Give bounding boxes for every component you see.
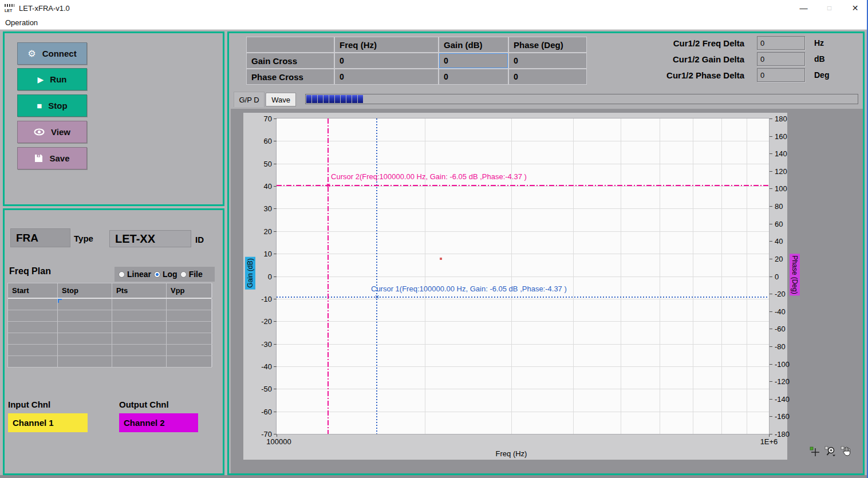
y-tickmark-right bbox=[770, 329, 772, 329]
device-id-field[interactable]: LET-XX bbox=[109, 230, 191, 247]
freq-plan-cell[interactable] bbox=[167, 310, 212, 321]
cursor2-vline[interactable] bbox=[328, 118, 329, 434]
gridline-vertical bbox=[621, 118, 621, 434]
table-row bbox=[8, 310, 211, 322]
app-icon-bars bbox=[5, 4, 14, 7]
view-button[interactable]: View bbox=[17, 121, 87, 143]
cursor2-marker: ✕ bbox=[326, 183, 331, 188]
progress-segment bbox=[329, 95, 334, 103]
plot-area[interactable]: ✕Cursor 1(Freq:100000.00 Hz, Gain: -6.05… bbox=[277, 118, 769, 434]
cursor1-hline[interactable] bbox=[277, 297, 769, 298]
progress-segment bbox=[312, 95, 317, 103]
freq-plan-cell[interactable] bbox=[8, 345, 58, 355]
gain-delta-field[interactable]: 0 bbox=[757, 52, 805, 66]
progress-segment bbox=[341, 95, 346, 103]
freq-plan-cell[interactable] bbox=[8, 333, 58, 344]
output-channel-selector[interactable]: Channel 2 bbox=[119, 413, 198, 432]
stop-icon: ■ bbox=[37, 101, 42, 110]
menu-operation[interactable]: Operation bbox=[0, 18, 43, 27]
stop-button[interactable]: ■ Stop bbox=[17, 94, 87, 117]
crosshair-tool[interactable] bbox=[809, 446, 821, 457]
freq-plan-cell[interactable] bbox=[112, 356, 167, 367]
freq-plan-cell[interactable] bbox=[112, 310, 167, 321]
y-tickmark-right bbox=[770, 416, 772, 417]
device-type-field[interactable]: FRA bbox=[10, 228, 70, 247]
connect-button[interactable]: ⚙ Connect bbox=[17, 42, 87, 65]
freq-plan-cell[interactable] bbox=[58, 333, 112, 344]
menubar: Operation bbox=[0, 16, 868, 30]
freq-plan-cell[interactable] bbox=[112, 345, 167, 355]
progress-segment bbox=[306, 95, 311, 103]
freq-plan-cell[interactable] bbox=[8, 322, 58, 333]
freq-plan-cell[interactable] bbox=[58, 299, 112, 310]
gain-cross-freq-value[interactable]: 0 bbox=[335, 53, 438, 68]
cursor2-hline[interactable] bbox=[277, 185, 769, 186]
cursor1-vline[interactable] bbox=[376, 118, 377, 434]
gridline-horizontal bbox=[277, 299, 769, 299]
radio-log[interactable]: Log bbox=[154, 270, 177, 279]
phase-cross-gain-value[interactable]: 0 bbox=[439, 69, 508, 84]
progress-segment bbox=[346, 95, 352, 103]
input-channel-selector[interactable]: Channel 1 bbox=[8, 413, 88, 432]
phase-delta-field[interactable]: 0 bbox=[757, 68, 805, 82]
freq-plan-cell[interactable] bbox=[8, 310, 58, 321]
y-tickmark-right bbox=[770, 118, 772, 119]
gain-cross-gain-value[interactable]: 0 bbox=[439, 53, 508, 68]
gridline-horizontal bbox=[277, 186, 769, 187]
freq-plan-cell[interactable] bbox=[167, 356, 212, 367]
gain-cross-row-label: Gain Cross bbox=[247, 53, 334, 68]
freq-plan-cell[interactable] bbox=[58, 356, 112, 367]
freq-plan-cell[interactable] bbox=[58, 322, 112, 333]
phase-cross-phase-value[interactable]: 0 bbox=[509, 69, 586, 84]
freq-plan-cell[interactable] bbox=[167, 322, 212, 333]
zoom-tool[interactable] bbox=[824, 446, 837, 457]
tab-wave[interactable]: Wave bbox=[266, 93, 296, 106]
minimize-button[interactable]: — bbox=[791, 0, 816, 16]
save-button[interactable]: Save bbox=[17, 147, 87, 169]
input-channel-label: Input Chnl bbox=[8, 400, 50, 409]
freq-plan-cell[interactable] bbox=[112, 333, 167, 344]
stop-button-label: Stop bbox=[48, 101, 67, 110]
y-tickmark-left bbox=[274, 412, 277, 412]
freq-plan-cell[interactable] bbox=[8, 299, 58, 310]
freq-plan-cell[interactable] bbox=[58, 310, 112, 321]
y-tickmark-right bbox=[770, 311, 772, 312]
gridline-horizontal bbox=[277, 254, 769, 254]
bottom-strip bbox=[0, 475, 868, 478]
freq-plan-cell[interactable] bbox=[167, 299, 212, 310]
y-tick-label-right: -140 bbox=[775, 395, 799, 404]
freq-plan-cell[interactable] bbox=[112, 299, 167, 310]
gain-cross-phase-value[interactable]: 0 bbox=[509, 53, 586, 68]
close-button[interactable]: ✕ bbox=[842, 0, 868, 16]
maximize-button[interactable]: □ bbox=[816, 0, 842, 16]
pan-tool[interactable] bbox=[840, 446, 852, 457]
run-button[interactable]: ▶ Run bbox=[17, 68, 87, 90]
freq-delta-field[interactable]: 0 bbox=[757, 36, 805, 50]
gridline-vertical bbox=[660, 118, 660, 434]
phase-cross-freq-value[interactable]: 0 bbox=[335, 69, 438, 84]
y-tick-label-left: 20 bbox=[248, 227, 272, 236]
radio-file[interactable]: File bbox=[180, 270, 203, 279]
freq-plan-cell[interactable] bbox=[58, 345, 112, 355]
y-tick-label-right: 140 bbox=[775, 149, 799, 158]
gridline-vertical bbox=[573, 118, 574, 434]
y-tick-label-left: 0 bbox=[248, 272, 272, 281]
freq-plan-cell[interactable] bbox=[167, 333, 212, 344]
freq-plan-cell[interactable] bbox=[8, 356, 58, 367]
freq-plan-cell[interactable] bbox=[167, 345, 212, 355]
tab-gpd[interactable]: G/P D bbox=[234, 92, 265, 107]
y-tickmark-right bbox=[770, 276, 772, 277]
col-header-stop: Stop bbox=[58, 283, 112, 298]
freq-plan-cell[interactable] bbox=[112, 322, 167, 333]
y-tickmark-left bbox=[274, 299, 277, 299]
progress-segment bbox=[358, 95, 363, 103]
config-panel: FRA Type LET-XX ID Freq Plan Linear Log … bbox=[3, 208, 224, 475]
run-button-label: Run bbox=[50, 74, 66, 84]
radio-linear[interactable]: Linear bbox=[119, 270, 151, 279]
y-tick-label-left: 50 bbox=[248, 160, 272, 168]
cross-table: Freq (Hz) Gain (dB) Phase (Deg) Gain Cro… bbox=[246, 37, 587, 85]
y-tickmark-right bbox=[770, 294, 772, 294]
table-row bbox=[8, 322, 211, 333]
gridline-horizontal bbox=[277, 208, 769, 209]
window-title: LET-xFRA-v1.0 bbox=[19, 4, 70, 13]
